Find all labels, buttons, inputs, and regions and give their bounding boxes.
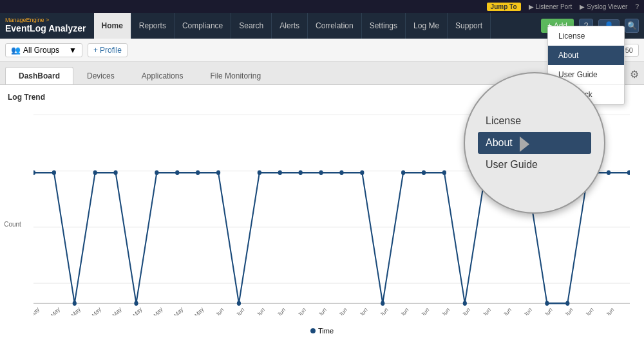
svg-point-25 [360, 170, 364, 174]
jump-to-btn[interactable]: Jump To [487, 3, 521, 11]
svg-text:18 Jun: 18 Jun [558, 306, 574, 315]
svg-point-15 [155, 170, 158, 174]
svg-text:23 May: 23 May [33, 305, 41, 315]
nav-logme[interactable]: Log Me [406, 13, 448, 39]
logo-area: ManageEngine > EventLog Analyzer [5, 17, 86, 34]
svg-point-12 [93, 170, 97, 174]
gear-button[interactable]: ⚙ [630, 68, 639, 80]
svg-text:11 Jun: 11 Jun [415, 306, 430, 315]
profile-label: Profile [100, 46, 122, 55]
search-icon: 🔍 [627, 21, 637, 30]
svg-point-34 [545, 301, 549, 306]
plus-icon: + [93, 46, 98, 55]
magnify-license[interactable]: License [478, 110, 591, 132]
svg-point-22 [299, 170, 303, 174]
nav-compliance[interactable]: Compliance [175, 13, 231, 39]
svg-text:13 Jun: 13 Jun [456, 306, 471, 315]
svg-text:29 May: 29 May [147, 305, 164, 315]
tab-file-monitoring[interactable]: File Monitoring [196, 67, 274, 84]
nav-alerts[interactable]: Alerts [272, 13, 308, 39]
svg-text:17 Jun: 17 Jun [538, 306, 554, 315]
magnify-overlay: License About User Guide [464, 72, 605, 214]
help-link[interactable]: ? [635, 3, 639, 10]
svg-point-27 [401, 170, 405, 174]
profile-button[interactable]: + Profile [88, 43, 128, 57]
magnify-user-guide[interactable]: User Guide [478, 154, 591, 176]
svg-text:14 Jun: 14 Jun [477, 306, 492, 315]
svg-text:20 Jun: 20 Jun [600, 306, 615, 315]
top-bar: Jump To ▶ Listener Port ▶ Syslog Viewer … [0, 0, 644, 13]
nav-correlation[interactable]: Correlation [308, 13, 362, 39]
svg-text:10 Jun: 10 Jun [394, 306, 410, 315]
svg-point-20 [258, 170, 261, 174]
dropdown-about[interactable]: About [548, 46, 624, 65]
svg-point-29 [442, 170, 446, 174]
chevron-down-icon: ▼ [69, 46, 77, 55]
svg-point-16 [175, 170, 179, 174]
svg-text:02 Jun: 02 Jun [230, 306, 245, 315]
svg-text:30 May: 30 May [168, 305, 185, 315]
listener-icon: ▶ [529, 3, 534, 10]
svg-text:26 May: 26 May [86, 305, 102, 315]
svg-text:15 Jun: 15 Jun [497, 306, 513, 315]
svg-text:04 Jun: 04 Jun [271, 306, 287, 315]
svg-point-11 [73, 301, 77, 306]
nav-home[interactable]: Home [94, 13, 131, 39]
group-label: All Groups [23, 46, 59, 55]
syslog-icon: ▶ [580, 3, 585, 10]
svg-text:03 Jun: 03 Jun [251, 306, 266, 315]
nav-settings[interactable]: Settings [362, 13, 406, 39]
manage-engine-logo: ManageEngine > [5, 17, 86, 23]
svg-point-23 [319, 170, 323, 174]
svg-text:05 Jun: 05 Jun [292, 306, 307, 315]
svg-text:01 Jun: 01 Jun [209, 306, 225, 315]
header-search-button[interactable]: 🔍 [625, 19, 639, 33]
svg-text:25 May: 25 May [65, 305, 82, 315]
group-selector[interactable]: 👥 All Groups ▼ [5, 43, 82, 57]
group-icon: 👥 [11, 46, 21, 55]
tab-devices[interactable]: Devices [73, 67, 128, 84]
y-axis-label: Count [4, 221, 21, 228]
syslog-viewer-link[interactable]: ▶ Syslog Viewer [580, 3, 627, 10]
svg-point-24 [339, 170, 343, 174]
listener-port-link[interactable]: ▶ Listener Port [529, 3, 573, 10]
svg-text:16 Jun: 16 Jun [518, 306, 533, 315]
nav-support[interactable]: Support [448, 13, 491, 39]
app-title: EventLog Analyzer [5, 23, 86, 34]
svg-point-28 [422, 170, 426, 174]
svg-point-13 [113, 170, 117, 174]
svg-point-26 [381, 301, 384, 306]
svg-text:08 Jun: 08 Jun [354, 306, 369, 315]
svg-text:12 Jun: 12 Jun [435, 306, 451, 315]
dropdown-license[interactable]: License [548, 26, 624, 46]
svg-text:09 Jun: 09 Jun [374, 306, 389, 315]
svg-point-35 [565, 301, 569, 306]
svg-text:31 May: 31 May [189, 305, 205, 315]
svg-text:19 Jun: 19 Jun [579, 306, 594, 315]
svg-point-17 [196, 170, 200, 174]
tab-applications[interactable]: Applications [128, 67, 197, 84]
nav-reports[interactable]: Reports [131, 13, 175, 39]
svg-text:27 May: 27 May [106, 305, 123, 315]
svg-point-18 [216, 170, 220, 174]
nav-search[interactable]: Search [231, 13, 272, 39]
svg-text:24 May: 24 May [44, 305, 61, 315]
svg-text:28 May: 28 May [127, 305, 144, 315]
nav-items: Home Reports Compliance Search Alerts Co… [94, 13, 491, 39]
legend-label: Time [318, 327, 334, 335]
svg-text:07 Jun: 07 Jun [333, 306, 348, 315]
svg-text:06 Jun: 06 Jun [312, 306, 328, 315]
svg-point-19 [237, 301, 241, 306]
svg-point-37 [607, 170, 611, 174]
legend-dot [310, 328, 316, 333]
svg-point-30 [463, 301, 467, 306]
svg-point-21 [278, 170, 282, 174]
svg-point-14 [134, 301, 138, 306]
magnify-about[interactable]: About [478, 132, 591, 154]
svg-point-10 [52, 170, 56, 174]
tab-dashboard[interactable]: DashBoard [5, 67, 73, 84]
chart-legend: Time [310, 327, 334, 335]
main-content: Log Trend Count 10000 100 1 0 [0, 85, 644, 354]
pointer-triangle [520, 136, 529, 152]
